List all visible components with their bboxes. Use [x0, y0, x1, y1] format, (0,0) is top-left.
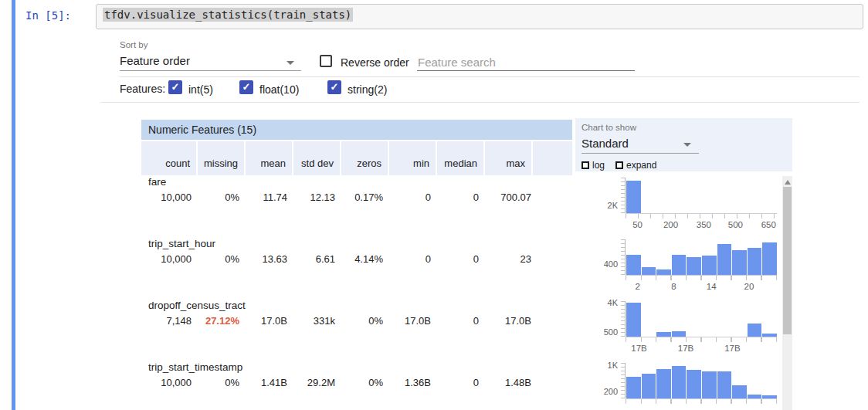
- col-median: median: [437, 141, 485, 175]
- x-tick-label: 8: [671, 282, 676, 291]
- log-checkbox-label: log: [592, 160, 605, 171]
- histogram-trip-start-hour: 400281420: [575, 233, 782, 295]
- histogram-bar: [762, 242, 777, 275]
- histogram-bar: [748, 324, 762, 337]
- cell-min: 0: [389, 253, 437, 265]
- int-checkbox-label: int(5): [188, 83, 213, 96]
- col-std-dev: std dev: [293, 141, 341, 175]
- expand-checkbox[interactable]: [615, 161, 623, 169]
- feature-name: trip_start_hour: [148, 238, 215, 249]
- y-tick-label: 400: [575, 259, 618, 269]
- histogram-fare: 2K50200350500650: [575, 171, 782, 233]
- col-zeros: zeros: [341, 141, 389, 175]
- x-axis-ticks: [626, 399, 777, 404]
- chart-dropdown-underline: [581, 153, 699, 154]
- histogram-bar: [687, 370, 701, 398]
- y-tick-label: 4K: [575, 298, 618, 307]
- table-title: Numeric Features (15): [141, 120, 572, 141]
- cell-std-dev: 331k: [293, 315, 341, 327]
- x-tick-label: 17B: [724, 344, 740, 353]
- cell-missing: 27.12%: [198, 315, 246, 327]
- int-checkbox[interactable]: ✓: [168, 80, 182, 94]
- y-axis-ticks: [621, 363, 626, 398]
- selected-cell-indicator: [12, 0, 15, 410]
- feature-name: dropoff_census_tract: [148, 300, 246, 311]
- string-checkbox-label: string(2): [348, 83, 387, 96]
- x-tick-label: 2: [635, 282, 639, 291]
- chart-to-show-label: Chart to show: [581, 123, 636, 132]
- sort-by-dropdown[interactable]: Feature order: [120, 54, 190, 67]
- cell-zeros: 0%: [341, 377, 389, 388]
- cell-min: 0: [389, 191, 437, 203]
- y-axis-ticks: [621, 178, 626, 213]
- feature-name: fare: [148, 176, 166, 188]
- chevron-down-icon[interactable]: [683, 143, 691, 147]
- feature-search-input[interactable]: Feature search: [418, 56, 496, 69]
- cell-max: 700.07: [485, 191, 537, 203]
- cell-count: 10,000: [141, 377, 198, 388]
- reverse-order-checkbox[interactable]: [320, 55, 332, 67]
- cell-median: 0: [437, 253, 485, 265]
- cell-mean: 17.0B: [246, 315, 293, 327]
- cell-count: 10,000: [141, 191, 198, 203]
- histogram-bar: [656, 369, 671, 398]
- histogram-bars: [626, 301, 777, 337]
- histogram-bar: [626, 377, 641, 398]
- histogram-bar: [626, 303, 641, 337]
- sort-by-underline: [120, 70, 301, 71]
- x-tick-label: 350: [697, 220, 711, 229]
- sort-by-label: Sort by: [120, 40, 147, 49]
- table-column-headers: count missing mean std dev zeros min med…: [141, 141, 572, 175]
- y-tick-label: 200: [575, 387, 618, 396]
- table-row: trip_start_hour 10,000 0% 13.63 6.61 4.1…: [141, 233, 572, 295]
- divider: [120, 76, 860, 77]
- cell-missing: 0%: [198, 253, 246, 265]
- histogram-bar: [732, 250, 747, 275]
- cell-prompt: In [5]:: [25, 9, 71, 22]
- histogram-bar: [702, 371, 717, 398]
- histogram-bars: [626, 178, 777, 213]
- log-checkbox[interactable]: [581, 161, 589, 169]
- y-tick-label: 2K: [575, 201, 618, 210]
- cell-median: 0: [437, 191, 485, 203]
- y-axis-ticks: [621, 301, 626, 337]
- features-filter-label: Features:: [120, 83, 165, 95]
- histogram-bar: [672, 366, 687, 398]
- histogram-bar: [732, 385, 747, 398]
- histogram-dropoff-census-tract: 4K50017B17B17B: [575, 295, 782, 357]
- code-text[interactable]: tfdv.visualize_statistics(train_stats): [103, 8, 353, 21]
- cell-min: 1.36B: [389, 377, 437, 388]
- col-min: min: [389, 141, 437, 175]
- x-axis-ticks: [626, 214, 777, 219]
- cell-missing: 0%: [198, 191, 246, 203]
- histogram-trip-start-timestamp: 1K200: [575, 357, 782, 410]
- y-tick-label: 1K: [575, 361, 618, 370]
- col-mean: mean: [246, 141, 293, 175]
- x-tick-label: 50: [632, 220, 643, 229]
- cell-max: 17.0B: [485, 315, 537, 327]
- code-selection: tfdv.visualize_statistics(train_stats): [103, 8, 353, 22]
- cell-std-dev: 29.2M: [293, 377, 341, 388]
- chart-type-dropdown[interactable]: Standard: [581, 137, 629, 150]
- cell-median: 0: [437, 315, 485, 327]
- x-tick-label: 500: [728, 220, 743, 229]
- histogram-bar: [717, 371, 732, 398]
- cell-min: 17.0B: [389, 315, 437, 327]
- string-checkbox[interactable]: ✓: [327, 80, 341, 94]
- cell-count: 10,000: [141, 253, 198, 265]
- histogram-bar: [626, 255, 641, 275]
- reverse-order-label: Reverse order: [341, 56, 409, 69]
- cell-mean: 13.63: [246, 253, 293, 265]
- chevron-down-icon[interactable]: [287, 61, 294, 65]
- cell-std-dev: 6.61: [293, 253, 341, 265]
- float-checkbox[interactable]: ✓: [239, 80, 253, 94]
- table-row: dropoff_census_tract 7,148 27.12% 17.0B …: [141, 295, 572, 357]
- cell-mean: 1.41B: [246, 377, 293, 388]
- histogram-bars: [626, 363, 777, 398]
- histogram-bar: [717, 244, 732, 275]
- cell-count: 7,148: [141, 315, 198, 327]
- cell-median: 0: [437, 377, 485, 388]
- histogram-bar: [642, 374, 656, 398]
- scrollbar-thumb[interactable]: [783, 187, 792, 334]
- scrollbar-up-arrow-icon[interactable]: [785, 180, 791, 185]
